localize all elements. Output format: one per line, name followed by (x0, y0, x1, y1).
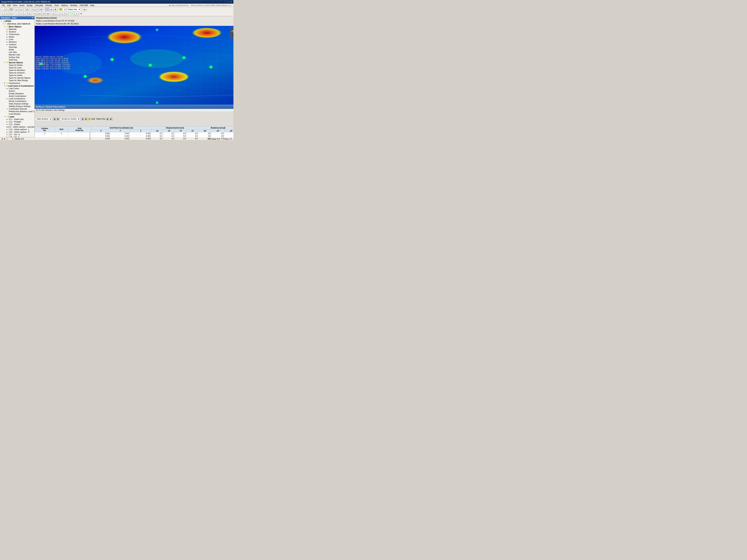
results-selection[interactable]: Selection (45, 109, 53, 111)
nav-item-actions[interactable]: Actions (0, 90, 34, 92)
render-button[interactable]: ■ (49, 7, 53, 11)
nav-item-lc1[interactable]: LC1 - Vlastní tíha (0, 118, 34, 121)
next-lc-button[interactable]: ▶ (110, 117, 112, 121)
menu-options[interactable]: Options (60, 4, 69, 7)
zoom-in-button[interactable]: 🔍 (31, 7, 35, 11)
nav-item-types-steel[interactable]: Types for Steel Design (0, 79, 34, 82)
nav-item-openings[interactable]: Openings (0, 46, 34, 48)
nav-item-solids[interactable]: Solids (0, 48, 34, 51)
nav-item-materials[interactable]: Materials (0, 28, 34, 30)
menu-insert[interactable]: Insert (18, 4, 26, 7)
zoom-all-button[interactable]: ⊞ (39, 7, 43, 11)
nav-item-types-members[interactable]: Types for Members (0, 69, 34, 72)
next-analysis-button[interactable]: ▶ (56, 117, 59, 121)
nav-item-lc5[interactable]: LC5 - Užitné zatížení - L (0, 128, 34, 131)
nav-item-members[interactable]: Members (0, 41, 34, 43)
nav-item-thicknesses[interactable]: Thicknesses (0, 33, 34, 35)
menu-tools[interactable]: Tools (53, 4, 60, 7)
minimize-button[interactable]: ─ (224, 1, 227, 3)
next-result-button[interactable]: ▶ (85, 117, 87, 121)
nav-item-lc6[interactable]: LC6 - Užitné zatížení - P (0, 131, 34, 133)
line-button[interactable]: ╱ (19, 12, 23, 16)
nav-item-lc2[interactable]: LC2 - Předpětí (0, 121, 34, 123)
results-goto[interactable]: Go To (36, 109, 41, 111)
member-button[interactable]: ┃ (28, 12, 31, 16)
nav-item-line-sets[interactable]: Line Sets (0, 51, 34, 53)
lc-selector[interactable]: LC1 Vlastní tíha (62, 7, 81, 11)
show-lines-button[interactable]: — (56, 12, 60, 16)
pan-button[interactable]: ✋ (5, 12, 9, 16)
results-edit[interactable]: Edit (42, 109, 45, 111)
nav-item-static-analysis[interactable]: Static Analysis Settings (0, 103, 34, 105)
table-row[interactable]: 1 1 1 0.001 5.912 -0.325 0.2 0.2 0.0 0.0… (35, 132, 234, 135)
prev-result-button[interactable]: ◀ (81, 117, 84, 121)
new-button[interactable]: 📄 (1, 7, 5, 11)
table-row[interactable]: 2 0.001 6.412 -0.325 0.2 0.2 0.0 0.0 0.0… (35, 135, 234, 137)
menu-results[interactable]: Results (44, 4, 53, 7)
rotate-button[interactable]: ↻ (9, 12, 13, 16)
show-nodes-button[interactable]: ● (52, 12, 56, 16)
menu-file[interactable]: File (1, 4, 6, 7)
view-yz-button[interactable]: YZ (42, 12, 46, 16)
nav-item-types-surfaces[interactable]: Types for Surfaces (0, 72, 34, 74)
nav-item-load-wizards[interactable]: Load Wizards (0, 113, 34, 115)
navigator-close-button[interactable]: ✕ (32, 17, 33, 19)
nav-item-types-special[interactable]: Types for Special Objects (0, 77, 34, 79)
wireframe-button[interactable]: □ (45, 7, 49, 11)
nav-item-loads[interactable]: 📁 Loads (0, 115, 34, 118)
results-view[interactable]: View (53, 109, 57, 111)
nav-item-sections[interactable]: Sections (0, 30, 34, 33)
prev-analysis-button[interactable]: ◀ (53, 117, 56, 121)
menu-calculate[interactable]: Calculate (34, 4, 44, 7)
menu-cad-bim[interactable]: CAD-BIM (78, 4, 89, 7)
nav-item-result-combinations[interactable]: Result Combinations (0, 100, 34, 103)
nav-item-lc8[interactable]: LC8 - Vítr -X (0, 136, 34, 137)
menu-window[interactable]: Window (69, 4, 78, 7)
menu-view[interactable]: View (12, 4, 19, 7)
nav-item-surfaces[interactable]: Surfaces (0, 43, 34, 46)
nav-item-action-combinations[interactable]: Action Combinations (0, 95, 34, 97)
open-button[interactable]: 📂 (5, 7, 9, 11)
run-calc-button[interactable]: ▶ (83, 7, 87, 11)
nav-item-lc3[interactable]: LC3 - Ostatní (0, 123, 34, 126)
zoom-out-button[interactable]: 🔎 (35, 7, 39, 11)
menu-assign[interactable]: Assign (26, 4, 34, 7)
view-xy-button[interactable]: XY (33, 12, 37, 16)
nav-item-relationship-lc[interactable]: Relationship Between Load Cases (0, 110, 34, 113)
nav-item-lc7[interactable]: LC7 - Vítr +X (0, 133, 34, 136)
nav-item-file[interactable]: 📁 2023-05-02_ZOO TABOR.rf6 (0, 22, 34, 25)
menu-edit[interactable]: Edit (6, 4, 12, 7)
save-button[interactable]: 💾 (9, 7, 13, 11)
nav-item-imperfections[interactable]: 📁 Imperfections (0, 82, 34, 84)
nav-item-design-situations[interactable]: Design Situations (0, 92, 34, 95)
select-button[interactable]: ↖ (1, 12, 5, 16)
nav-item-load-combinations[interactable]: Load Combinations (0, 97, 34, 100)
view-3d-button[interactable]: 3D (46, 12, 50, 16)
nav-item-special-objects[interactable]: 📁 Special Objects (0, 61, 34, 64)
nav-item-load-cases-comb[interactable]: 📁 Load Cases & Combinations (0, 84, 34, 87)
nav-item-types-solids[interactable]: Types for Solids (0, 74, 34, 77)
results-by-select[interactable]: Results by Surface (60, 117, 80, 121)
nav-item-stability-analysis[interactable]: Stability Analysis Settings (0, 105, 34, 108)
prev-lc-button[interactable]: ◀ (106, 117, 109, 121)
view-xz-button[interactable]: XZ (37, 12, 42, 16)
maximize-button[interactable]: □ (227, 1, 229, 3)
node-button[interactable]: • (15, 12, 19, 16)
show-members-button[interactable]: ┤ (60, 12, 64, 16)
surface-button[interactable]: ▱ (23, 12, 27, 16)
nav-item-load-cases[interactable]: Load Cases (0, 87, 34, 90)
nav-item-types-lines[interactable]: Types for Lines (0, 66, 34, 69)
nav-item-lc4[interactable]: LC4 - Užitné zatížení - celá plocha (0, 126, 34, 128)
analysis-type-select[interactable]: Static Analysis (35, 117, 52, 121)
results-toggle-button[interactable]: R (70, 12, 74, 16)
toggle-button[interactable]: ⊠ (53, 7, 57, 11)
nav-item-combination-wizards[interactable]: Combination Wizards (0, 108, 34, 110)
close-button[interactable]: ✕ (230, 1, 232, 3)
results-settings[interactable]: Settings (58, 109, 65, 111)
nav-item-member-sets[interactable]: Member Sets (0, 53, 34, 56)
nav-item-types-nodes[interactable]: Types for Nodes (0, 64, 34, 66)
canvas-area[interactable]: ▶ ◀ ▼ ▲ X Y Z (35, 26, 233, 104)
deform-button[interactable]: ⌇ (74, 12, 78, 16)
table-row[interactable]: 3 0.002 6.912 -0.325 0.2 0.2 0.0 0.0 0.0… (35, 137, 234, 140)
print-button[interactable]: 🖨 (25, 7, 29, 11)
